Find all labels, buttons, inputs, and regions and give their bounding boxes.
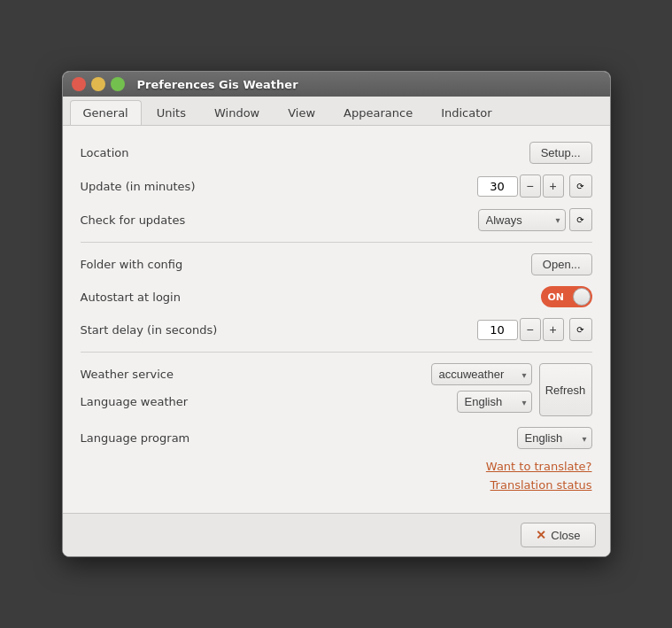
footer: ✕ Close [63,513,610,556]
language-program-row: Language program English German French S… [81,427,592,449]
start-delay-minus-button[interactable]: − [520,318,541,341]
check-updates-select[interactable]: Always Never On startup [478,209,566,231]
tab-bar: General Units Window View Appearance Ind… [63,97,610,126]
check-updates-icon-button[interactable]: ⟳ [569,208,592,231]
preferences-window: Preferences Gis Weather General Units Wi… [62,71,611,557]
folder-label: Folder with config [81,258,531,271]
tab-view[interactable]: View [274,100,328,125]
start-delay-label: Start delay (in seconds) [81,323,477,337]
delay-plus-icon: + [549,322,556,337]
autostart-toggle[interactable]: ON [541,286,592,307]
start-delay-value: 10 [477,320,518,340]
tab-appearance[interactable]: Appearance [330,100,426,125]
language-program-label: Language program [81,431,517,445]
separator-1 [81,242,592,243]
tab-window[interactable]: Window [201,100,273,125]
minus-icon: − [526,179,533,193]
weather-service-block: Weather service accuweather openweather … [81,363,592,416]
start-delay-plus-button[interactable]: + [543,318,564,341]
update-spinner: 30 − + ⟳ [477,174,592,198]
refresh-button[interactable]: Refresh [539,363,592,416]
start-delay-icon-button[interactable]: ⟳ [569,318,592,341]
separator-2 [81,352,592,353]
weather-service-row-inner: Weather service accuweather openweather … [81,363,532,385]
language-weather-select[interactable]: English German French Spanish [457,391,532,413]
language-weather-select-wrapper: English German French Spanish ▾ [457,391,532,413]
window-maximize-button[interactable] [111,77,125,91]
check-updates-label: Check for updates [81,213,478,227]
language-program-select-wrapper: English German French Spanish ▾ [517,427,592,449]
update-minus-button[interactable]: − [520,174,541,198]
toggle-knob [573,288,591,306]
close-x-icon: ✕ [536,528,546,542]
update-icon-button[interactable]: ⟳ [569,174,592,198]
tab-general[interactable]: General [70,100,142,125]
weather-service-label: Weather service [81,368,431,381]
location-setup-button[interactable]: Setup... [529,142,592,164]
tab-indicator[interactable]: Indicator [428,100,505,125]
close-label: Close [551,529,580,542]
tab-content: Location Setup... Update (in minutes) 30… [63,126,610,513]
start-delay-row: Start delay (in seconds) 10 − + ⟳ [81,318,592,341]
start-delay-spinner: 10 − + ⟳ [477,318,592,341]
close-button[interactable]: ✕ Close [521,523,595,547]
autostart-label: Autostart at login [81,291,541,304]
location-row: Location Setup... [81,142,592,164]
check-updates-select-wrapper: Always Never On startup ▾ [478,209,566,231]
tab-units[interactable]: Units [143,100,199,125]
service-lang-block: Weather service accuweather openweather … [81,363,532,413]
update-value: 30 [477,176,518,197]
autostart-toggle-label: ON [548,291,565,303]
plus-icon: + [549,179,556,193]
window-title: Preferences Gis Weather [137,78,298,91]
check-updates-row: Check for updates Always Never On startu… [81,208,592,231]
folder-row: Folder with config Open... [81,253,592,275]
folder-open-button[interactable]: Open... [531,253,592,275]
window-close-button[interactable] [72,77,86,91]
titlebar: Preferences Gis Weather [63,72,610,97]
update-row: Update (in minutes) 30 − + ⟳ [81,174,592,198]
want-translate-row: Want to translate? [81,460,592,473]
location-label: Location [81,146,529,159]
weather-service-select-wrapper: accuweather openweather weather.com ▾ [431,363,532,385]
update-label: Update (in minutes) [81,180,477,193]
want-translate-link[interactable]: Want to translate? [486,460,592,473]
update-restore-icon: ⟳ [576,182,583,191]
language-weather-label: Language weather [81,395,457,408]
delay-restore-icon: ⟳ [576,325,583,335]
delay-minus-icon: − [526,322,533,337]
check-updates-restore-icon: ⟳ [576,215,583,225]
language-weather-row: Language weather English German French S… [81,391,532,413]
translation-status-link[interactable]: Translation status [490,478,592,492]
weather-service-select[interactable]: accuweather openweather weather.com [431,363,532,385]
update-plus-button[interactable]: + [543,174,564,198]
language-program-select[interactable]: English German French Spanish [517,427,592,449]
autostart-row: Autostart at login ON [81,286,592,307]
window-minimize-button[interactable] [91,77,105,91]
translation-status-row: Translation status [81,478,592,492]
